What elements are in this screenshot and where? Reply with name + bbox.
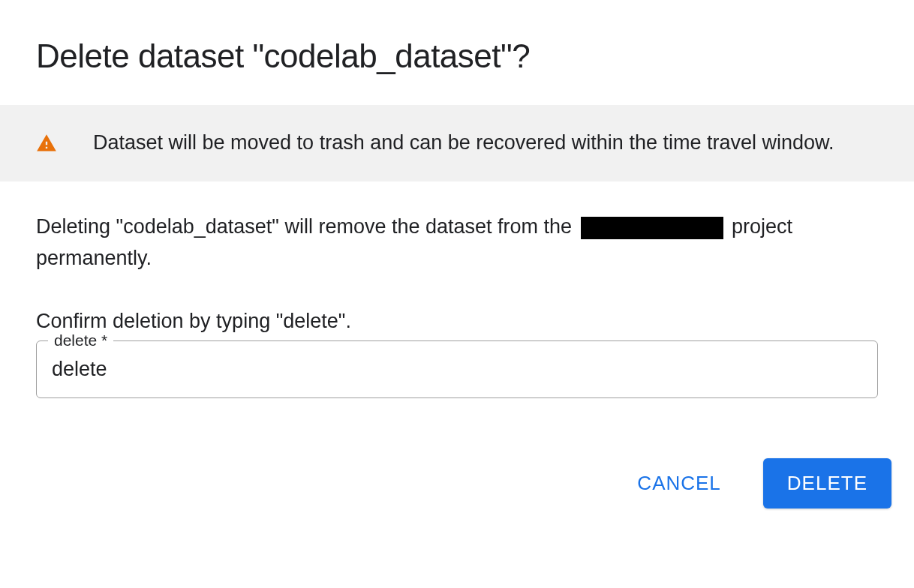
- info-banner-text: Dataset will be moved to trash and can b…: [93, 129, 834, 158]
- delete-confirmation-input[interactable]: [36, 340, 878, 398]
- description-prefix: Deleting "codelab_dataset" will remove t…: [36, 215, 578, 238]
- delete-button[interactable]: DELETE: [763, 458, 891, 508]
- dialog-actions: CANCEL DELETE: [0, 398, 914, 531]
- description-text: Deleting "codelab_dataset" will remove t…: [36, 212, 878, 274]
- delete-input-label: delete *: [48, 332, 113, 350]
- cancel-button[interactable]: CANCEL: [613, 458, 744, 508]
- dialog-body: Deleting "codelab_dataset" will remove t…: [0, 182, 914, 399]
- warning-icon: [36, 133, 57, 154]
- delete-dataset-dialog: Delete dataset "codelab_dataset"? Datase…: [0, 0, 914, 531]
- confirm-instruction: Confirm deletion by typing "delete".: [36, 310, 878, 333]
- redacted-project-name: [581, 217, 723, 239]
- dialog-title: Delete dataset "codelab_dataset"?: [0, 0, 914, 105]
- delete-input-wrapper: delete *: [36, 340, 878, 398]
- info-banner: Dataset will be moved to trash and can b…: [0, 105, 914, 182]
